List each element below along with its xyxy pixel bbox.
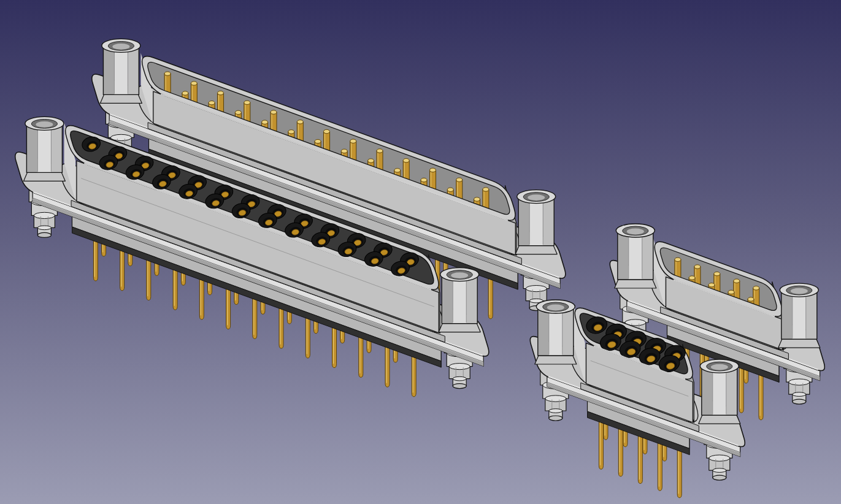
jackscrew-tip — [793, 399, 806, 404]
contact-pin-tip — [447, 188, 453, 191]
hex-facet-mid — [453, 275, 466, 324]
hex-facet-right — [466, 275, 477, 324]
hex-facet-left — [518, 197, 529, 246]
standoff-flare — [699, 415, 740, 424]
standoff-bore-floor — [547, 305, 564, 311]
contact-pin-tip — [694, 265, 701, 269]
hex-facet-mid — [114, 45, 128, 94]
jackscrew-segment-top — [449, 364, 470, 370]
contact-pin-tip — [421, 178, 427, 181]
contact-pin-tip — [341, 149, 347, 153]
hex-facet-left — [618, 231, 629, 280]
hex-facet-mid — [529, 197, 543, 246]
standoff-flare — [778, 339, 820, 348]
jackscrew-segment-top — [713, 468, 726, 473]
jackscrew-segment-top — [545, 395, 566, 402]
jackscrew-segment-top — [526, 286, 547, 292]
3d-viewport[interactable] — [0, 0, 841, 504]
hex-facet-mid — [793, 290, 806, 339]
hex-facet-left — [538, 307, 549, 356]
contact-pin-tip — [753, 286, 759, 290]
contact-pin-tip — [209, 101, 215, 105]
hex-facet-right — [726, 366, 737, 415]
contact-pin-tip — [182, 91, 188, 95]
standoff-flare — [615, 280, 656, 288]
contact-pin-tip — [218, 91, 224, 94]
hex-facet-mid — [629, 231, 642, 280]
hex-facet-right — [51, 123, 62, 172]
contact-pin-tip — [164, 72, 171, 75]
hex-facet-mid — [37, 123, 51, 172]
contact-pin-tip — [675, 258, 681, 261]
hex-facet-left — [702, 366, 713, 415]
hex-facet-left — [103, 45, 114, 94]
standoff-bore-floor — [711, 364, 728, 370]
standoff-bore-floor — [528, 194, 545, 200]
hex-facet-right — [642, 231, 653, 280]
jackscrew-segment-top — [37, 226, 51, 230]
standoff-flare — [515, 246, 557, 254]
standoff-bore-floor — [36, 121, 53, 128]
contact-pin-tip — [714, 272, 720, 275]
contact-pin-tip — [235, 110, 241, 114]
jackscrew-tip — [549, 416, 563, 421]
standoff-flare — [535, 356, 577, 364]
contact-pin-tip — [315, 139, 321, 143]
jackscrew-tip — [37, 232, 51, 237]
contact-pin-tip — [748, 297, 754, 301]
contact-pin-tip — [297, 120, 303, 124]
hex-facet-right — [543, 197, 554, 246]
contact-pin-tip — [403, 159, 409, 162]
jackscrew-segment-top — [789, 379, 810, 385]
hex-facet-right — [806, 290, 817, 339]
contact-pin-tip — [474, 197, 480, 201]
standoff-bore-floor — [627, 229, 644, 235]
standoff-flare — [23, 172, 65, 181]
jackscrew-segment-top — [709, 455, 730, 461]
contact-pin-tip — [689, 276, 695, 280]
jackscrew-tip — [453, 384, 466, 389]
contact-pin-tip — [728, 290, 734, 294]
hex-facet-left — [781, 290, 793, 339]
contact-pin-tip — [483, 188, 489, 191]
standoff-flare — [439, 324, 480, 332]
contact-pin-tip — [324, 129, 330, 133]
jackscrew-segment-top — [793, 392, 806, 397]
standoff-bore-floor — [112, 44, 129, 50]
jackscrew-segment-top — [549, 409, 563, 413]
contact-pin-tip — [456, 178, 463, 181]
hex-facet-left — [26, 123, 37, 172]
contact-pin-tip — [271, 110, 277, 114]
jackscrew-segment-top — [110, 134, 131, 140]
contact-pin-tip — [350, 139, 356, 143]
contact-pin-tip — [288, 130, 294, 134]
jackscrew-segment-top — [453, 376, 466, 381]
contact-pin-tip — [709, 283, 715, 287]
contact-pin-tip — [377, 149, 383, 153]
contact-pin-tip — [734, 279, 740, 283]
contact-pin-tip — [394, 169, 401, 172]
contact-pin-tip — [191, 82, 197, 85]
contact-pin-tip — [430, 168, 436, 172]
hex-facet-right — [128, 45, 139, 94]
jackscrew-tip — [713, 475, 726, 480]
standoff-flare — [100, 94, 142, 103]
cad-scene — [0, 0, 841, 504]
hex-facet-mid — [713, 366, 726, 415]
contact-pin-tip — [262, 120, 268, 124]
contact-pin-tip — [244, 101, 250, 104]
standoff-bore-floor — [451, 272, 468, 278]
hex-facet-mid — [549, 307, 563, 356]
standoff-bore-floor — [791, 288, 808, 294]
jackscrew-segment-top — [34, 212, 55, 218]
hex-facet-right — [563, 307, 574, 356]
hex-facet-left — [442, 275, 453, 324]
contact-pin-tip — [368, 159, 374, 162]
